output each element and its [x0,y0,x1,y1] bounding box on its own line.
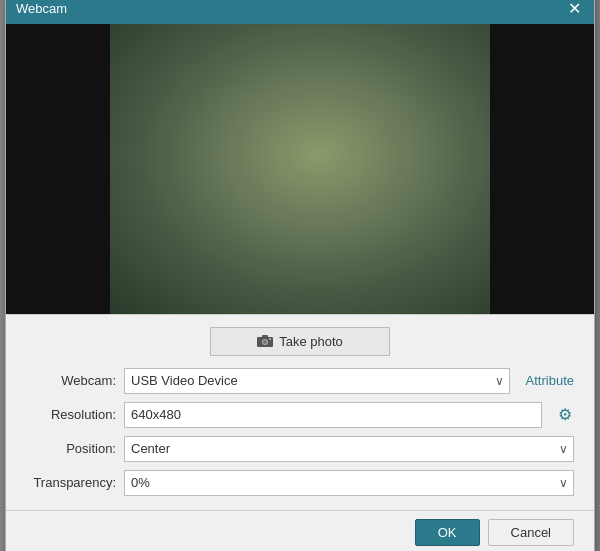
controls-area: Take photo Webcam: USB Video Device ∨ At… [6,315,594,510]
webcam-select-wrap: USB Video Device ∨ [124,368,510,394]
position-select[interactable]: CenterTop LeftTop RightBottom LeftBottom… [124,436,574,462]
transparency-select-wrap: 0%10%20%30%40%50% ∨ [124,470,574,496]
camera-icon [257,334,273,348]
svg-rect-4 [269,338,271,340]
gear-icon: ⚙ [558,406,572,423]
resolution-input[interactable] [124,402,542,428]
gear-button[interactable]: ⚙ [556,405,574,424]
transparency-row: Transparency: 0%10%20%30%40%50% ∨ [26,470,574,496]
position-select-wrap: CenterTop LeftTop RightBottom LeftBottom… [124,436,574,462]
ok-button[interactable]: OK [415,519,480,546]
webcam-dialog: Webcam ✕ Take photo Webcam: [5,0,595,551]
webcam-row: Webcam: USB Video Device ∨ Attribute [26,368,574,394]
cancel-label: Cancel [511,525,551,540]
video-feed [110,24,490,314]
video-area [6,24,594,314]
transparency-label: Transparency: [26,475,116,490]
transparency-select[interactable]: 0%10%20%30%40%50% [124,470,574,496]
svg-point-2 [263,340,267,344]
button-row: OK Cancel [6,511,594,552]
webcam-select[interactable]: USB Video Device [124,368,510,394]
webcam-label: Webcam: [26,373,116,388]
resolution-label: Resolution: [26,407,116,422]
ok-label: OK [438,525,457,540]
close-button[interactable]: ✕ [564,0,584,19]
close-icon: ✕ [568,1,581,17]
take-photo-button[interactable]: Take photo [210,327,390,356]
dialog-title: Webcam [16,1,67,16]
attribute-link[interactable]: Attribute [526,373,574,388]
take-photo-row: Take photo [26,327,574,356]
position-label: Position: [26,441,116,456]
svg-rect-3 [262,335,268,338]
title-bar: Webcam ✕ [6,0,594,24]
cancel-button[interactable]: Cancel [488,519,574,546]
resolution-row: Resolution: ⚙ [26,402,574,428]
take-photo-label: Take photo [279,334,343,349]
resolution-input-wrap [124,402,542,428]
position-row: Position: CenterTop LeftTop RightBottom … [26,436,574,462]
